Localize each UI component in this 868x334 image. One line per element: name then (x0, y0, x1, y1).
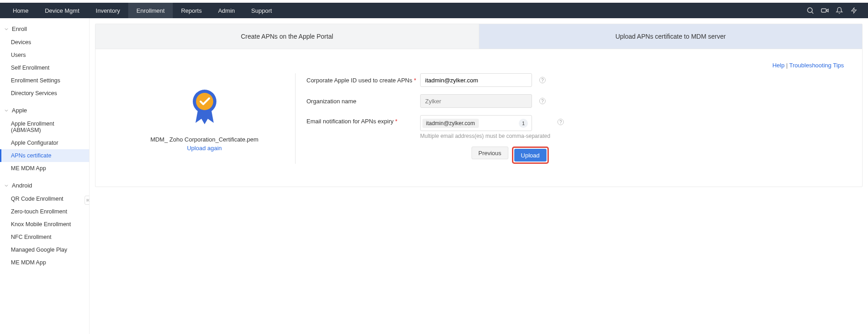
sidebar-group-label: Enroll (12, 25, 27, 32)
org-name-input (420, 94, 532, 108)
row-org-name: Organization name ? (306, 94, 844, 108)
main-content: Create APNs on the Apple Portal Upload A… (90, 18, 868, 334)
email-note: Multiple email address(es) must be comma… (420, 133, 550, 139)
upload-again-link[interactable]: Upload again (187, 145, 222, 152)
email-count-badge: 1 (519, 119, 528, 128)
help-link[interactable]: Help (773, 62, 785, 69)
chevron-down-icon (4, 108, 9, 113)
sidebar-item-enrollment-settings[interactable]: Enrollment Settings (0, 74, 89, 87)
svg-point-7 (196, 93, 213, 110)
sidebar-group-label: Android (12, 182, 32, 189)
row-apple-id: Corporate Apple ID used to create APNs *… (306, 73, 844, 87)
email-tag[interactable]: itadmin@zylker.com (422, 119, 479, 128)
svg-rect-2 (822, 9, 827, 12)
nav-enrollment[interactable]: Enrollment (128, 3, 173, 18)
label-text: Corporate Apple ID used to create APNs (306, 77, 412, 84)
sidebar-group-android[interactable]: Android (0, 178, 89, 192)
field-wrap (420, 94, 532, 108)
top-navigation: Home Device Mgmt Inventory Enrollment Re… (0, 3, 868, 18)
nav-admin[interactable]: Admin (210, 3, 243, 18)
sidebar-item-zero-touch[interactable]: Zero-touch Enrollment (0, 205, 89, 218)
lightning-icon[interactable] (850, 6, 858, 15)
sidebar-item-qr-code[interactable]: QR Code Enrollment (0, 192, 89, 205)
sidebar-item-me-mdm-app-apple[interactable]: ME MDM App (0, 162, 89, 175)
sidebar-item-nfc[interactable]: NFC Enrollment (0, 231, 89, 243)
email-notification-input[interactable]: itadmin@zylker.com 1 (420, 115, 532, 131)
previous-button[interactable]: Previous (472, 147, 508, 159)
svg-marker-4 (852, 8, 857, 13)
sidebar-item-apns-certificate[interactable]: APNs certificate (0, 149, 89, 162)
svg-marker-9 (203, 111, 214, 124)
required-marker: * (395, 118, 397, 125)
label-text: Email notification for APNs expiry (306, 118, 393, 125)
step-tab-upload-apns[interactable]: Upload APNs certificate to MDM server (479, 24, 863, 49)
sidebar-item-users[interactable]: Users (0, 49, 89, 61)
certificate-filename: MDM_ Zoho Corporation_Certificate.pem (151, 136, 259, 143)
svg-point-0 (808, 8, 813, 13)
sidebar-item-self-enrollment[interactable]: Self Enrollment (0, 61, 89, 74)
content-split: MDM_ Zoho Corporation_Certificate.pem Up… (114, 73, 844, 164)
label-org-name: Organization name (306, 98, 420, 105)
step-tabs: Create APNs on the Apple Portal Upload A… (95, 24, 862, 49)
upload-button[interactable]: Upload (514, 149, 547, 162)
chevron-down-icon (4, 183, 9, 188)
help-icon[interactable]: ? (539, 98, 546, 104)
nav-device-mgmt[interactable]: Device Mgmt (37, 3, 88, 18)
step-tab-create-apns[interactable]: Create APNs on the Apple Portal (95, 24, 479, 49)
sidebar-item-devices[interactable]: Devices (0, 36, 89, 49)
form-column: Corporate Apple ID used to create APNs *… (296, 73, 844, 164)
topnav-right (806, 6, 863, 15)
sidebar-item-knox[interactable]: Knox Mobile Enrollment (0, 218, 89, 231)
collapse-sidebar-button[interactable] (85, 196, 90, 205)
apns-panel: Create APNs on the Apple Portal Upload A… (95, 24, 863, 187)
sidebar-item-apple-enrollment[interactable]: Apple Enrollment (ABM/ASM) (0, 117, 89, 137)
apple-id-input[interactable] (420, 73, 532, 87)
nav-home[interactable]: Home (5, 3, 37, 18)
svg-line-1 (812, 12, 813, 13)
label-email-notify: Email notification for APNs expiry * (306, 115, 420, 125)
topnav-left: Home Device Mgmt Inventory Enrollment Re… (5, 3, 280, 18)
field-wrap (420, 73, 532, 87)
help-icon[interactable]: ? (557, 119, 564, 125)
field-wrap: itadmin@zylker.com 1 Multiple email addr… (420, 115, 550, 139)
separator: | (786, 62, 789, 69)
label-apple-id: Corporate Apple ID used to create APNs * (306, 77, 420, 84)
sidebar-item-managed-google-play[interactable]: Managed Google Play (0, 243, 89, 256)
sidebar-item-directory-services[interactable]: Directory Services (0, 87, 89, 100)
troubleshooting-link[interactable]: Troubleshooting Tips (789, 62, 844, 69)
sidebar-group-enroll[interactable]: Enroll (0, 22, 89, 36)
row-email-notify: Email notification for APNs expiry * ita… (306, 115, 844, 139)
sidebar: Enroll Devices Users Self Enrollment Enr… (0, 18, 90, 334)
button-row: Previous Upload (306, 147, 844, 164)
sidebar-group-label: Apple (12, 107, 27, 114)
nav-reports[interactable]: Reports (173, 3, 210, 18)
help-links-row: Help | Troubleshooting Tips (114, 62, 844, 69)
help-icon[interactable]: ? (539, 77, 546, 83)
panel-body: Help | Troubleshooting Tips (95, 49, 862, 187)
required-marker: * (414, 77, 416, 84)
video-icon[interactable] (821, 6, 829, 15)
sidebar-item-me-mdm-app-android[interactable]: ME MDM App (0, 256, 89, 269)
sidebar-item-apple-configurator[interactable]: Apple Configurator (0, 137, 89, 149)
upload-button-highlight: Upload (512, 147, 549, 164)
sidebar-group-apple[interactable]: Apple (0, 103, 89, 117)
nav-support[interactable]: Support (243, 3, 281, 18)
certificate-badge-icon (186, 86, 223, 128)
certificate-status-column: MDM_ Zoho Corporation_Certificate.pem Up… (114, 73, 296, 164)
bell-icon[interactable] (835, 6, 843, 15)
search-icon[interactable] (806, 6, 814, 15)
chevron-down-icon (4, 26, 9, 32)
nav-inventory[interactable]: Inventory (88, 3, 128, 18)
